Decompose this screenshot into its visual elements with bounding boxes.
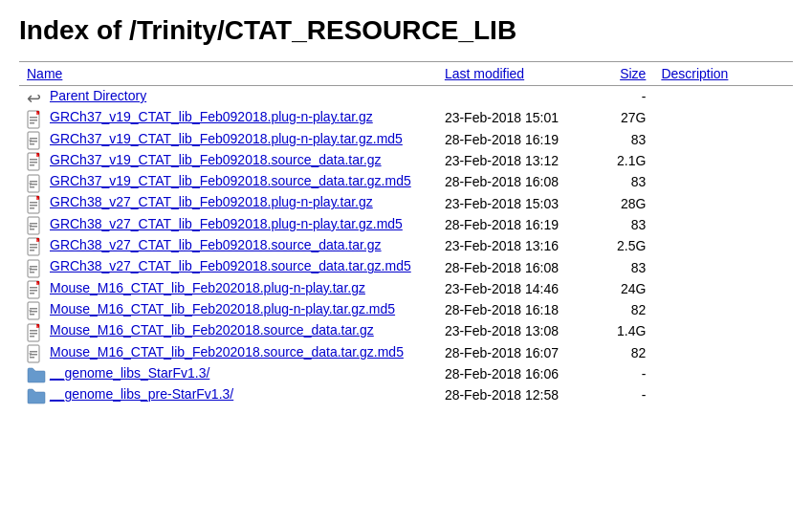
table-row: GRCh38_v27_CTAT_lib_Feb092018.plug-n-pla… <box>19 192 793 213</box>
file-link[interactable]: GRCh37_v19_CTAT_lib_Feb092018.plug-n-pla… <box>50 109 373 124</box>
svg-rect-15 <box>30 162 37 163</box>
file-link[interactable]: __genome_libs_pre-StarFv1.3/ <box>50 386 233 402</box>
table-row: GRCh37_v19_CTAT_lib_Feb092018.plug-n-pla… <box>19 107 793 128</box>
file-size-cell: 24G <box>607 278 654 299</box>
svg-rect-27 <box>30 207 34 209</box>
file-modified-cell <box>437 86 607 108</box>
table-row: Mouse_M16_CTAT_lib_Feb202018.source_data… <box>19 320 793 341</box>
file-desc-cell <box>653 342 793 363</box>
file-desc-cell <box>653 384 793 405</box>
file-link[interactable]: Mouse_M16_CTAT_lib_Feb202018.plug-n-play… <box>50 280 365 295</box>
file-link[interactable]: Parent Directory <box>50 88 146 103</box>
file-size-cell: 2.5G <box>607 235 654 256</box>
col-desc-header[interactable]: Description <box>653 62 793 86</box>
file-size-cell: - <box>607 384 654 405</box>
file-link[interactable]: GRCh37_v19_CTAT_lib_Feb092018.source_dat… <box>50 152 382 167</box>
file-name-cell: Mouse_M16_CTAT_lib_Feb202018.plug-n-play… <box>19 278 437 299</box>
parent-dir-icon: ↩ <box>27 88 46 105</box>
col-modified-header[interactable]: Last modified <box>437 62 607 86</box>
svg-rect-54 <box>30 314 34 316</box>
file-size-cell: 2.1G <box>607 150 654 171</box>
md5-file-icon: ? <box>27 259 46 276</box>
file-link[interactable]: Mouse_M16_CTAT_lib_Feb202018.source_data… <box>50 322 374 338</box>
file-modified-cell: 28-Feb-2018 16:07 <box>437 342 607 363</box>
file-name-cell: GRCh37_v19_CTAT_lib_Feb092018.source_dat… <box>19 150 437 171</box>
file-desc-cell <box>653 320 793 341</box>
file-size-cell: 83 <box>607 129 654 150</box>
svg-rect-65 <box>30 357 34 359</box>
table-row: __genome_libs_pre-StarFv1.3/28-Feb-2018 … <box>19 384 793 405</box>
file-link[interactable]: GRCh38_v27_CTAT_lib_Feb092018.source_dat… <box>50 237 382 252</box>
file-link[interactable]: GRCh38_v27_CTAT_lib_Feb092018.source_dat… <box>50 258 411 273</box>
col-name-header[interactable]: Name <box>19 62 437 86</box>
svg-rect-53 <box>30 311 37 313</box>
file-modified-cell: 28-Feb-2018 16:08 <box>437 171 607 192</box>
file-desc-cell <box>653 363 793 384</box>
svg-rect-21 <box>30 186 34 188</box>
file-link[interactable]: GRCh38_v27_CTAT_lib_Feb092018.plug-n-pla… <box>50 216 403 231</box>
svg-rect-48 <box>30 290 37 292</box>
svg-rect-4 <box>30 120 37 121</box>
file-size-cell: 1.4G <box>607 320 654 341</box>
table-row: ? Mouse_M16_CTAT_lib_Feb202018.source_da… <box>19 342 793 363</box>
file-desc-cell <box>653 214 793 235</box>
file-size-cell: 83 <box>607 214 654 235</box>
table-row: ? GRCh37_v19_CTAT_lib_Feb092018.plug-n-p… <box>19 129 793 150</box>
table-row: ? Mouse_M16_CTAT_lib_Feb202018.plug-n-pl… <box>19 299 793 320</box>
file-size-cell: - <box>607 363 654 384</box>
svg-rect-64 <box>30 354 37 356</box>
file-desc-cell <box>653 171 793 192</box>
file-desc-cell <box>653 235 793 256</box>
svg-rect-26 <box>30 205 37 207</box>
file-name-cell: ? GRCh37_v19_CTAT_lib_Feb092018.plug-n-p… <box>19 129 437 150</box>
svg-rect-9 <box>30 141 37 142</box>
table-row: __genome_libs_StarFv1.3/28-Feb-2018 16:0… <box>19 363 793 384</box>
file-desc-cell <box>653 150 793 171</box>
tar-file-icon <box>27 195 46 212</box>
tar-file-icon <box>27 110 46 127</box>
file-link[interactable]: Mouse_M16_CTAT_lib_Feb202018.source_data… <box>50 344 404 360</box>
svg-rect-3 <box>30 117 37 119</box>
page-title: Index of /Trinity/CTAT_RESOURCE_LIB <box>19 15 793 46</box>
file-modified-cell: 28-Feb-2018 16:18 <box>437 299 607 320</box>
svg-rect-19 <box>30 181 37 183</box>
svg-rect-63 <box>30 351 37 353</box>
svg-rect-47 <box>30 287 37 289</box>
table-row: Mouse_M16_CTAT_lib_Feb202018.plug-n-play… <box>19 278 793 299</box>
file-modified-cell: 28-Feb-2018 16:19 <box>437 129 607 150</box>
file-desc-cell <box>653 299 793 320</box>
file-modified-cell: 28-Feb-2018 16:19 <box>437 214 607 235</box>
table-row: ? GRCh38_v27_CTAT_lib_Feb092018.source_d… <box>19 256 793 277</box>
file-modified-cell: 23-Feb-2018 15:01 <box>437 107 607 128</box>
file-size-cell: 83 <box>607 171 654 192</box>
file-name-cell: ? Mouse_M16_CTAT_lib_Feb202018.plug-n-pl… <box>19 299 437 320</box>
file-desc-cell <box>653 86 793 108</box>
md5-file-icon: ? <box>27 216 46 233</box>
svg-rect-30 <box>30 223 37 225</box>
file-link[interactable]: Mouse_M16_CTAT_lib_Feb202018.plug-n-play… <box>50 301 395 316</box>
svg-rect-36 <box>30 244 37 246</box>
svg-rect-49 <box>30 293 34 294</box>
file-desc-cell <box>653 192 793 213</box>
file-size-cell: 83 <box>607 256 654 277</box>
table-row: GRCh38_v27_CTAT_lib_Feb092018.source_dat… <box>19 235 793 256</box>
svg-rect-8 <box>30 138 37 140</box>
folder-icon <box>27 386 46 403</box>
file-modified-cell: 23-Feb-2018 13:12 <box>437 150 607 171</box>
file-name-cell: ? GRCh37_v19_CTAT_lib_Feb092018.source_d… <box>19 171 437 192</box>
file-link[interactable]: GRCh37_v19_CTAT_lib_Feb092018.plug-n-pla… <box>50 131 403 146</box>
file-size-cell: 27G <box>607 107 654 128</box>
svg-rect-52 <box>30 308 37 310</box>
md5-file-icon: ? <box>27 344 46 361</box>
file-link[interactable]: GRCh38_v27_CTAT_lib_Feb092018.plug-n-pla… <box>50 194 373 209</box>
file-name-cell: GRCh38_v27_CTAT_lib_Feb092018.plug-n-pla… <box>19 192 437 213</box>
file-link[interactable]: GRCh37_v19_CTAT_lib_Feb092018.source_dat… <box>50 173 411 188</box>
file-size-cell: - <box>607 86 654 108</box>
table-row: ↩Parent Directory- <box>19 86 793 108</box>
file-link[interactable]: __genome_libs_StarFv1.3/ <box>50 365 209 381</box>
folder-icon <box>27 365 46 382</box>
col-size-header[interactable]: Size <box>607 62 654 86</box>
svg-rect-20 <box>30 184 37 185</box>
md5-file-icon: ? <box>27 131 46 148</box>
svg-rect-31 <box>30 226 37 228</box>
